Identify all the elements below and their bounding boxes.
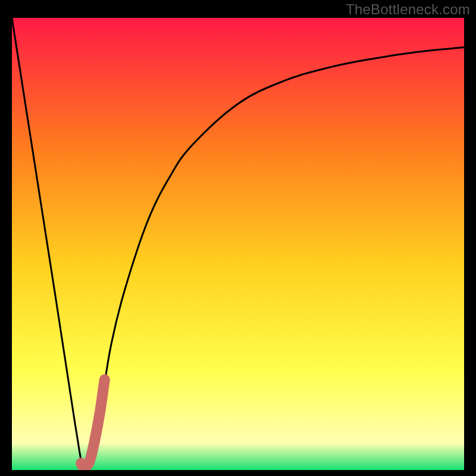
plot-area [12,18,464,470]
chart-canvas: TheBottleneck.com [0,0,476,476]
chart-svg [12,18,464,470]
watermark-text: TheBottleneck.com [346,1,470,18]
gradient-background [12,18,464,470]
